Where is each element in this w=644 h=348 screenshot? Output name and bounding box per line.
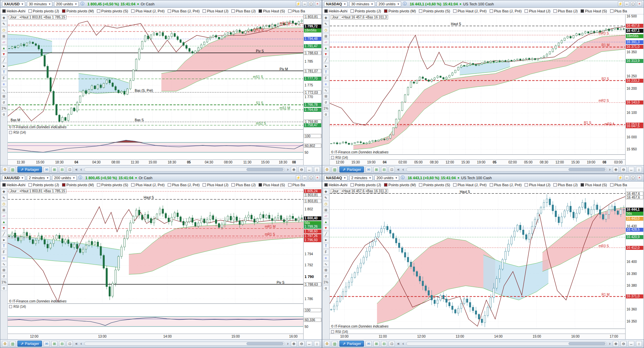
units-select[interactable]: 200 unités▾ <box>377 1 401 7</box>
indicator-checkbox[interactable] <box>29 183 32 187</box>
rsi-plot[interactable] <box>8 309 303 334</box>
chart-canvas[interactable]: Jour : +Haut 16 457,6 +Bas 16 311,3 © IT… <box>330 188 625 329</box>
timeframe-select[interactable]: 2 minutes▾ <box>349 175 373 181</box>
share-button[interactable]: ⇗Partager <box>17 166 42 172</box>
timeframe-select[interactable]: 30 minutes▾ <box>27 1 52 7</box>
chart-settings-icon[interactable]: ⚙ <box>324 341 330 347</box>
time-axis[interactable]: 10:0011:0012:0013:0014:0015:0016:0017:00 <box>330 334 625 339</box>
indicator-toggle-6[interactable]: Plus Bas (J, Pré) <box>168 9 200 13</box>
fit-vertical-icon[interactable]: ↕ <box>636 167 642 172</box>
quick-trade-icon[interactable]: ⚡ <box>296 1 301 6</box>
indicator-toggle-1[interactable]: Heikin-Ashi <box>2 183 25 187</box>
indicator-toggle-9[interactable]: Plus Haut (S) <box>581 183 607 187</box>
scrollbar-thumb[interactable] <box>247 342 283 345</box>
indicator-checkbox[interactable] <box>131 183 135 187</box>
indicator-checkbox[interactable] <box>231 9 235 13</box>
fibonacci-tool[interactable]: F <box>323 75 329 81</box>
stats-tool[interactable]: σ <box>323 99 329 105</box>
indicator-checkbox[interactable] <box>29 9 32 13</box>
indicator-toggle-6[interactable]: Plus Bas (J, Pré) <box>490 183 522 187</box>
indicator-checkbox[interactable] <box>288 9 291 13</box>
percent-tool[interactable]: 1% <box>323 106 329 111</box>
rsi-plot[interactable] <box>8 135 303 160</box>
chart-style-icon[interactable]: ▥ <box>332 167 338 172</box>
indicator-toggle-10[interactable]: Plus Ba <box>610 183 627 187</box>
fit-vertical-icon[interactable]: ↕ <box>636 341 642 347</box>
draw-tool[interactable]: ✎ <box>323 195 329 200</box>
crosshair-tool[interactable]: ✚ <box>323 15 329 20</box>
sell-tool[interactable]: ▼ <box>1 225 7 230</box>
rsi-panel[interactable]: RSI (14) <box>8 303 303 334</box>
message-icon[interactable]: ✉ <box>366 167 372 172</box>
scrollbar-thumb[interactable] <box>569 168 605 171</box>
units-select[interactable]: 200 unités▾ <box>52 175 76 181</box>
percent-tool[interactable]: 1% <box>1 106 7 111</box>
indicator-toggle-2[interactable]: Points pivots (J) <box>29 183 59 187</box>
indicator-toggle-7[interactable]: Plus Haut (J) <box>525 183 550 187</box>
maximize-button[interactable]: ▢ <box>309 175 314 180</box>
fit-horizontal-icon[interactable]: ↔ <box>628 167 634 172</box>
indicator-checkbox[interactable] <box>259 183 262 187</box>
rsi-checkbox[interactable] <box>9 305 12 308</box>
draw-tool[interactable]: ✎ <box>1 195 7 200</box>
draw-tool[interactable]: ✎ <box>1 21 7 26</box>
levels-tool[interactable]: ≡ <box>1 255 7 261</box>
indicator-checkbox[interactable] <box>259 9 262 13</box>
price-axis[interactable]: 16 457,616 457,616 444,156s16 443,016 43… <box>625 188 644 339</box>
chart-settings-icon[interactable]: ⚙ <box>2 167 8 172</box>
indicator-checkbox[interactable] <box>168 9 171 13</box>
indicator-checkbox[interactable] <box>203 183 206 187</box>
rsi-panel[interactable]: RSI (14) <box>330 154 625 159</box>
indicator-toggle-10[interactable]: Plus Ba <box>288 9 305 13</box>
info-icon[interactable]: ⓘ <box>80 1 85 7</box>
timeframe-select[interactable]: 2 minutes▾ <box>27 175 50 181</box>
indicator-toggle-9[interactable]: Plus Haut (S) <box>259 9 285 13</box>
delete-tool[interactable]: ▦ <box>323 207 329 212</box>
crosshair-tool[interactable]: ✚ <box>323 189 329 194</box>
indicator-toggle-10[interactable]: Plus Ba <box>288 183 305 187</box>
price-axis[interactable]: 16 50016 457,616 437,118m56s16 391,316 3… <box>625 14 644 165</box>
sell-tool[interactable]: ▼ <box>1 51 7 57</box>
chart-scrollbar[interactable] <box>406 342 607 346</box>
quick-trade-icon[interactable]: ⚡ <box>618 175 623 180</box>
message-icon[interactable]: ✉ <box>44 167 50 172</box>
zoom-in-icon[interactable]: ⊕ <box>613 341 619 347</box>
delete-tool[interactable]: ▦ <box>323 33 329 39</box>
zigzag-tool[interactable]: ∿ <box>323 87 329 93</box>
text-tool[interactable]: T <box>323 69 329 75</box>
trendline-tool[interactable]: ╱ <box>323 57 329 63</box>
scroll-right-icon[interactable]: › <box>286 341 289 346</box>
close-button[interactable]: × <box>637 1 642 6</box>
chart-style-icon[interactable]: ▥ <box>10 341 16 347</box>
scroll-right-icon[interactable]: › <box>608 341 611 346</box>
message-icon[interactable]: ✉ <box>44 341 50 347</box>
text-tool[interactable]: T <box>1 69 7 75</box>
table-export-icon[interactable]: ⊞ <box>373 167 379 172</box>
rsi-panel[interactable]: RSI (14) <box>330 329 625 334</box>
text-tool[interactable]: T <box>1 243 7 249</box>
sell-tool[interactable]: ▼ <box>323 51 329 57</box>
zoom-in-icon[interactable]: ⊕ <box>291 341 297 347</box>
zigzag-tool[interactable]: ∿ <box>1 261 7 267</box>
scroll-left-icon[interactable]: ‹ <box>402 341 405 346</box>
scroll-left-icon[interactable]: ‹ <box>402 167 405 172</box>
minimize-button[interactable]: – <box>624 175 629 180</box>
indicator-toggle-8[interactable]: Plus Bas (J) <box>231 183 256 187</box>
indicator-checkbox[interactable] <box>490 9 493 13</box>
zoom-out-icon[interactable]: ⊖ <box>299 341 305 347</box>
print-icon[interactable]: ⊡ <box>389 167 395 172</box>
indicator-checkbox[interactable] <box>168 183 171 187</box>
chart-canvas[interactable]: Jour : +Haut 16 457,6 +Bas 16 311,3 © IT… <box>330 14 625 154</box>
chart-style-icon[interactable]: ▥ <box>10 167 16 172</box>
info-icon[interactable]: ⓘ <box>78 175 83 181</box>
units-select[interactable]: 200 unités▾ <box>54 1 78 7</box>
symbol-select[interactable]: NASDAQ▾ <box>324 175 347 181</box>
percent-tool[interactable]: 1% <box>323 279 329 285</box>
pointer-tool[interactable]: ➤ <box>323 63 329 69</box>
quick-trade-icon[interactable]: ⚡ <box>618 1 623 6</box>
print-icon[interactable]: ⊡ <box>389 341 395 347</box>
fit-vertical-icon[interactable]: ↕ <box>314 167 320 172</box>
indicator-toggle-10[interactable]: Plus Ba <box>610 9 627 13</box>
indicator-checkbox[interactable] <box>131 9 135 13</box>
measure-tool[interactable]: ⊞ <box>1 93 7 99</box>
